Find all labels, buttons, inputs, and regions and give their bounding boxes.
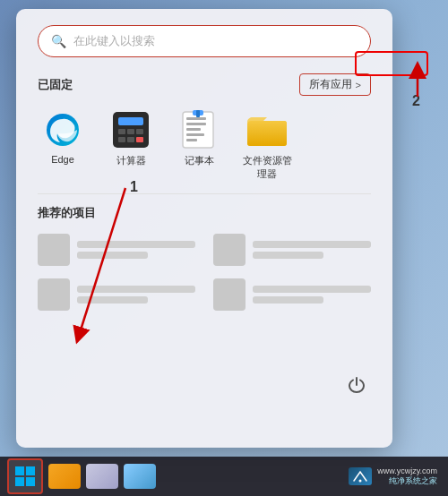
- rec-text-2: [253, 241, 371, 259]
- rec-thumb-4: [213, 278, 246, 311]
- explorer-app-icon: [247, 110, 287, 150]
- svg-point-29: [359, 480, 362, 483]
- svg-rect-14: [186, 139, 197, 141]
- rec-item-1[interactable]: [38, 234, 195, 266]
- watermark-site: www.ycwjzy.com: [377, 466, 437, 475]
- watermark-text-area: www.ycwjzy.com 纯净系统之家: [377, 466, 437, 487]
- rec-row-2: [38, 278, 371, 311]
- rec-line-2a: [253, 241, 371, 248]
- watermark-name: 纯净系统之家: [389, 475, 437, 487]
- svg-rect-7: [127, 137, 134, 142]
- svg-rect-27: [15, 477, 24, 486]
- screenshot-container: 🔍 在此键入以搜索 已固定 所有应用 >: [0, 0, 448, 496]
- svg-rect-18: [247, 121, 287, 146]
- app-item-notepad[interactable]: 记事本: [174, 110, 224, 181]
- edge-label: Edge: [51, 154, 74, 165]
- tray-network-icon: [352, 470, 368, 483]
- notepad-app-icon: [179, 110, 219, 150]
- svg-rect-25: [15, 466, 24, 475]
- taskbar-icon-3[interactable]: [124, 464, 156, 489]
- svg-rect-12: [186, 128, 201, 131]
- windows-logo-icon: [15, 466, 35, 486]
- rec-item-4[interactable]: [213, 278, 371, 311]
- svg-rect-2: [118, 117, 143, 125]
- chevron-right-icon: >: [356, 80, 361, 90]
- rec-thumb-2: [213, 234, 246, 266]
- rec-line-4a: [253, 286, 371, 293]
- rec-thumb-1: [38, 234, 70, 266]
- svg-rect-3: [118, 129, 125, 134]
- search-bar[interactable]: 🔍 在此键入以搜索: [38, 25, 371, 57]
- all-apps-button[interactable]: 所有应用 >: [299, 73, 371, 96]
- svg-rect-8: [136, 137, 143, 142]
- taskbar-icons: [48, 464, 156, 489]
- system-tray: www.ycwjzy.com 纯净系统之家: [349, 466, 441, 487]
- rec-row-1: [38, 234, 371, 266]
- rec-item-2[interactable]: [213, 234, 371, 266]
- edge-app-icon: [43, 110, 82, 150]
- app-item-edge[interactable]: Edge: [38, 110, 88, 181]
- calculator-icon-svg: [113, 112, 149, 148]
- app-item-calculator[interactable]: 计算器: [106, 110, 156, 181]
- power-icon: [348, 376, 366, 394]
- pinned-title: 已固定: [38, 77, 73, 93]
- pinned-apps-row: Edge 计算器: [16, 103, 392, 193]
- explorer-icon-svg: [247, 112, 287, 148]
- taskbar-icon-2[interactable]: [86, 464, 118, 489]
- notepad-icon-svg: [181, 110, 217, 150]
- svg-rect-16: [196, 110, 200, 117]
- taskbar-icon-1[interactable]: [48, 464, 81, 489]
- svg-rect-4: [127, 129, 134, 134]
- notepad-label: 记事本: [185, 154, 214, 167]
- rec-text-1: [77, 241, 195, 259]
- svg-rect-6: [118, 137, 125, 142]
- power-area: [342, 371, 371, 399]
- app-item-explorer[interactable]: 文件资源管理器: [242, 110, 292, 181]
- search-icon: 🔍: [51, 34, 66, 48]
- rec-line-3b: [77, 296, 148, 304]
- all-apps-label: 所有应用: [309, 77, 352, 92]
- rec-thumb-3: [38, 278, 70, 311]
- svg-rect-10: [186, 117, 206, 120]
- svg-rect-11: [186, 123, 206, 125]
- rec-text-4: [253, 286, 371, 304]
- rec-line-3a: [77, 286, 195, 293]
- rec-line-1a: [77, 241, 195, 248]
- explorer-label: 文件资源管理器: [242, 154, 292, 181]
- svg-rect-13: [186, 133, 204, 136]
- tray-icon-box: [349, 467, 372, 485]
- recommended-section: 推荐的项目: [16, 194, 392, 318]
- svg-rect-5: [136, 129, 143, 134]
- rec-line-2b: [253, 252, 323, 259]
- search-placeholder-text: 在此键入以搜索: [73, 33, 155, 49]
- rec-line-4b: [253, 296, 323, 304]
- rec-text-3: [77, 286, 195, 304]
- calculator-label: 计算器: [116, 154, 146, 167]
- edge-icon-svg: [45, 112, 81, 148]
- start-menu: 🔍 在此键入以搜索 已固定 所有应用 >: [16, 9, 392, 448]
- svg-rect-28: [26, 477, 35, 486]
- calculator-app-icon: [111, 110, 151, 150]
- rec-line-1b: [77, 252, 148, 259]
- rec-item-3[interactable]: [38, 278, 195, 311]
- pinned-section-header: 已固定 所有应用 >: [16, 66, 392, 103]
- recommended-title: 推荐的项目: [38, 205, 371, 221]
- windows-start-button[interactable]: [7, 458, 43, 494]
- taskbar: www.ycwjzy.com 纯净系统之家: [0, 457, 448, 496]
- power-button[interactable]: [342, 371, 371, 399]
- recommended-items: [38, 234, 371, 311]
- svg-rect-26: [26, 466, 35, 475]
